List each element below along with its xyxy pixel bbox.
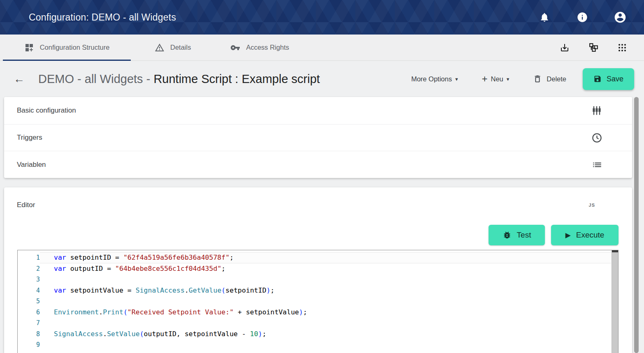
page-title-main: Runtime Script : Example script [153,72,320,85]
code-editor[interactable]: 1var setpointID = "62f4a519a56fe6b36a405… [17,250,619,353]
language-badge: JS [589,203,595,208]
tab-details[interactable]: Details [155,35,191,60]
code-line[interactable]: 5 [18,296,618,307]
download-icon[interactable] [559,42,570,53]
code-line-content[interactable]: SignalAccess.SetValue(outputID, setpoint… [40,329,611,340]
back-arrow-icon[interactable]: ← [14,73,27,85]
section-label: Basic configuration [17,106,76,115]
code-line[interactable]: 9 [18,339,618,351]
chevron-down-icon: ▾ [507,76,510,82]
code-line-content[interactable] [40,339,611,351]
code-line[interactable]: 6Environment.Print("Received Setpoint Va… [18,307,618,318]
tab-bar: Configuration Structure Details Access R… [0,35,644,61]
code-line[interactable]: 4var setpointValue = SignalAccess.GetVal… [18,285,618,296]
line-number: 1 [18,252,40,263]
delete-button[interactable]: Delete [533,74,566,83]
code-lines: 1var setpointID = "62f4a519a56fe6b36a405… [18,250,618,351]
code-line[interactable]: 2var outputID = "64b4ebe8ce556c1cf04d435… [18,263,618,275]
more-options-button[interactable]: More Options ▾ [411,75,458,83]
configuration-sections-card: Basic configuration Triggers Variablen [4,97,632,178]
app-title: Configuration: DEMO - all Widgets [29,12,176,23]
tab-access-rights[interactable]: Access Rights [230,35,289,60]
line-number: 6 [18,307,40,318]
line-number: 3 [18,274,40,285]
editor-label: Editor [17,201,35,209]
warning-icon [155,43,164,53]
editor-scrollbar[interactable] [612,250,618,353]
line-number: 2 [18,263,40,275]
more-options-label: More Options [411,75,452,83]
page-title: DEMO - all Widgets - Runtime Script : Ex… [38,72,320,86]
test-button[interactable]: Test [489,225,545,245]
delete-button-label: Delete [547,75,566,83]
play-icon: ▶ [565,232,571,239]
notifications-icon[interactable] [538,11,551,24]
app-header: Configuration: DEMO - all Widgets [0,0,644,35]
bug-icon [503,231,512,240]
line-number: 5 [18,296,40,307]
code-line[interactable]: 8SignalAccess.SetValue(outputID, setpoin… [18,329,618,340]
chevron-down-icon: ▾ [455,76,458,82]
dashboard-customize-icon [24,43,34,53]
tune-icon [591,105,602,116]
section-label: Triggers [17,134,42,142]
info-icon[interactable] [576,11,589,24]
code-line-content[interactable] [40,296,611,307]
code-line-content[interactable]: var setpointID = "62f4a519a56fe6b36a4057… [40,252,611,263]
trash-icon [533,74,542,83]
test-button-label: Test [517,231,531,240]
clock-icon [591,132,602,143]
line-number: 9 [18,339,40,351]
save-button[interactable]: Save [583,68,634,90]
plus-icon: + [482,74,487,84]
account-icon[interactable] [614,11,627,24]
apps-grid-icon[interactable] [617,42,628,53]
schema-icon[interactable] [588,42,599,53]
code-line-content[interactable] [40,318,611,329]
section-label: Variablen [17,161,46,169]
page-title-prefix: DEMO - all Widgets - [38,72,153,85]
save-button-label: Save [607,75,623,83]
code-line-content[interactable] [40,274,611,285]
code-line[interactable]: 1var setpointID = "62f4a519a56fe6b36a405… [18,252,618,263]
new-button[interactable]: + Neu ▾ [482,74,509,84]
tab-configuration-structure[interactable]: Configuration Structure [3,35,131,60]
code-line[interactable]: 3 [18,274,618,285]
tab-label: Details [170,44,191,51]
page-title-bar: ← DEMO - all Widgets - Runtime Script : … [0,61,644,97]
code-line-content[interactable]: var setpointValue = SignalAccess.GetValu… [40,285,611,296]
code-line-content[interactable]: var outputID = "64b4ebe8ce556c1cf04d435d… [40,263,611,275]
section-variablen[interactable]: Variablen [4,151,632,178]
code-line-content[interactable]: Environment.Print("Received Setpoint Val… [40,307,611,318]
key-icon [230,43,240,53]
execute-button-label: Execute [576,231,605,240]
line-number: 8 [18,329,40,340]
line-number: 4 [18,285,40,296]
execute-button[interactable]: ▶ Execute [551,225,619,245]
save-icon [593,75,602,83]
code-line[interactable]: 7 [18,318,618,329]
page-scrollbar[interactable] [634,97,639,353]
tab-label: Access Rights [246,44,289,51]
editor-card: Editor JS Test ▶ Execute 1var setpointID… [4,187,632,353]
list-icon [592,159,602,170]
new-button-label: Neu [491,75,503,83]
tab-label: Configuration Structure [40,44,110,51]
section-triggers[interactable]: Triggers [4,124,632,151]
section-basic-configuration[interactable]: Basic configuration [4,97,632,124]
line-number: 7 [18,318,40,329]
